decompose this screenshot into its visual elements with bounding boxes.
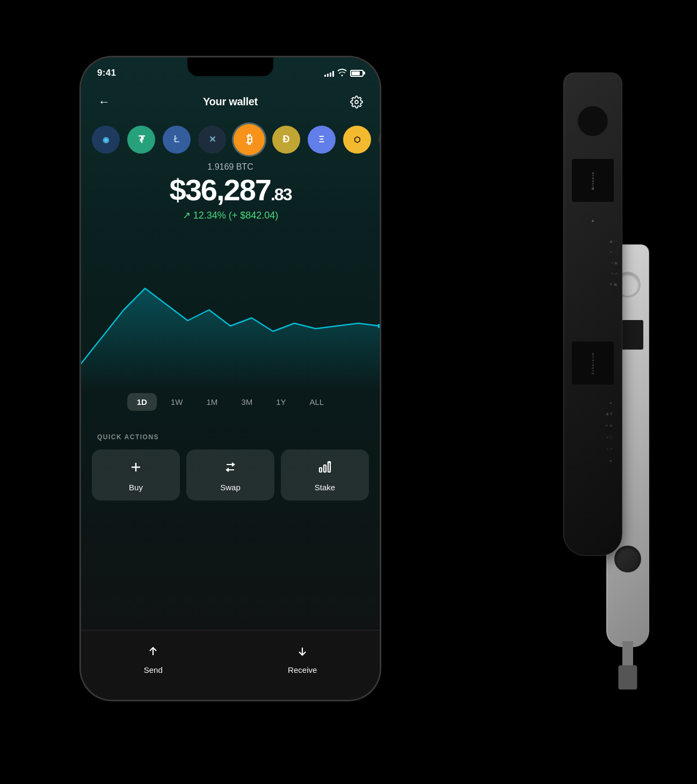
send-label: Send [144, 665, 163, 674]
stake-icon [318, 460, 332, 477]
chart-fill [81, 288, 380, 390]
time-btn-1w[interactable]: 1W [161, 393, 193, 411]
time-btn-all[interactable]: ALL [300, 393, 334, 411]
svg-rect-5 [328, 462, 330, 472]
nano-x-screen-text-2: Ethereum [591, 352, 594, 374]
price-chart [81, 240, 380, 390]
status-time: 9:41 [97, 68, 116, 78]
coin-item-bitcoin[interactable]: ₿ [234, 124, 265, 155]
balance-change-percent: ↗ 12.34% [183, 210, 226, 221]
time-selector: 1D 1W 1M 3M 1Y ALL [81, 393, 380, 411]
settings-button[interactable] [348, 94, 365, 110]
quick-actions: Buy Swap [92, 449, 369, 500]
svg-point-0 [355, 100, 358, 104]
nano-x-menu-item-3: ≡ ◉ [611, 261, 618, 265]
status-icons [324, 69, 364, 78]
buy-label: Buy [129, 483, 143, 492]
stake-label: Stake [315, 483, 335, 492]
nano-x-menu-item-4: + ↗ [611, 272, 618, 276]
coin-item-xrp[interactable]: ✕ [198, 126, 226, 154]
nano-x-screen-2: Ethereum [572, 342, 614, 384]
send-icon [147, 645, 159, 661]
balance-crypto-amount: 1.9169 BTC [81, 162, 380, 172]
signal-bar-2 [327, 74, 329, 77]
balance-change: ↗ 12.34% (+ $842.04) [81, 209, 380, 221]
battery-icon [350, 70, 364, 77]
nano-x-menu-item-10: + ↗ [606, 447, 613, 452]
time-btn-1m[interactable]: 1M [197, 393, 227, 411]
swap-button[interactable]: Swap [186, 449, 274, 500]
nano-x-screen-text-1: Bitcoin [591, 171, 594, 190]
battery-fill [352, 71, 360, 75]
phone-screen: 9:41 [81, 57, 380, 700]
nano-x-menu-item-9: ≡ ⬡ [606, 435, 613, 440]
coin-item-ethereum[interactable]: Ξ [308, 126, 336, 154]
ledger-nano-x: Bitcoin ▲ ◉ ⋯ ✕ ⋯ ≡ ◉ + ↗ ▼ ▣ Ethereum ▲… [563, 72, 622, 556]
buy-button[interactable]: Buy [92, 449, 180, 500]
balance-area: 1.9169 BTC $36,287.83 ↗ 12.34% (+ $842.0… [81, 162, 380, 221]
balance-fiat-amount: $36,287.83 [81, 175, 380, 205]
signal-bar-4 [332, 71, 334, 77]
page-title: Your wallet [203, 96, 258, 108]
svg-rect-4 [324, 465, 326, 472]
wifi-icon [337, 69, 347, 78]
receive-button[interactable]: Receive [272, 640, 333, 680]
signal-bar-1 [324, 75, 326, 77]
stake-button[interactable]: Stake [281, 449, 369, 500]
nano-x-nav-up: ▲ [591, 218, 595, 223]
nano-x-menu-item-1: ◉ ⋯ [609, 239, 618, 244]
svg-rect-3 [320, 468, 322, 472]
phone: 9:41 [80, 56, 381, 701]
nano-x-menu-item-5: ▼ ▣ [609, 282, 618, 287]
back-button[interactable]: ← [96, 94, 112, 110]
send-button[interactable]: Send [128, 640, 179, 680]
nano-s-usb-plug [619, 665, 637, 689]
back-arrow-icon: ← [98, 95, 110, 109]
time-btn-1d[interactable]: 1D [127, 393, 157, 411]
time-btn-1y[interactable]: 1Y [266, 393, 295, 411]
nano-s-button [614, 546, 641, 572]
nano-x-menu-item-11: ▼ [609, 459, 613, 463]
quick-actions-label: QUICK ACTIONS [97, 433, 159, 441]
coin-item-partial[interactable]: ◉ [92, 126, 120, 154]
nano-s-connector [622, 641, 633, 668]
swap-icon [223, 460, 237, 477]
bottom-bar: Send Receive [81, 630, 380, 700]
signal-bar-3 [330, 72, 331, 77]
app-header: ← Your wallet [81, 87, 380, 117]
nano-x-menu-item-7: ◉ B [606, 412, 613, 416]
balance-fiat-whole: $36,287 [170, 173, 271, 207]
scene: 9:41 [53, 30, 644, 754]
swap-label: Swap [220, 483, 241, 492]
nano-x-screen: Bitcoin [572, 159, 614, 202]
coin-item-algo[interactable]: Ⓐ [379, 126, 380, 154]
gear-icon [350, 96, 363, 108]
nano-x-menu-item-6: ▲ [609, 401, 613, 404]
buy-icon [129, 460, 143, 477]
coin-item-dogecoin[interactable]: Ð [272, 126, 300, 154]
time-btn-3m[interactable]: 3M [231, 393, 262, 411]
balance-fiat-cents: .83 [271, 185, 291, 204]
coin-item-tether[interactable]: ₮ [127, 126, 155, 154]
receive-label: Receive [288, 665, 317, 674]
coin-item-litecoin[interactable]: Ł [163, 126, 191, 154]
balance-change-amount: (+ $842.04) [229, 210, 279, 221]
coin-selector: ◉ ₮ Ł ✕ ₿ Ð Ξ ⬡ Ⓐ [81, 119, 380, 159]
signal-icon [324, 69, 334, 77]
coin-item-binance[interactable]: ⬡ [343, 126, 371, 154]
notch [187, 57, 273, 76]
nano-x-menu-item-8: ✕ ⊕ [605, 424, 613, 428]
receive-icon [296, 645, 309, 661]
nano-x-menu-item-2: ✕ ⋯ [609, 250, 618, 255]
chart-svg [81, 240, 380, 390]
